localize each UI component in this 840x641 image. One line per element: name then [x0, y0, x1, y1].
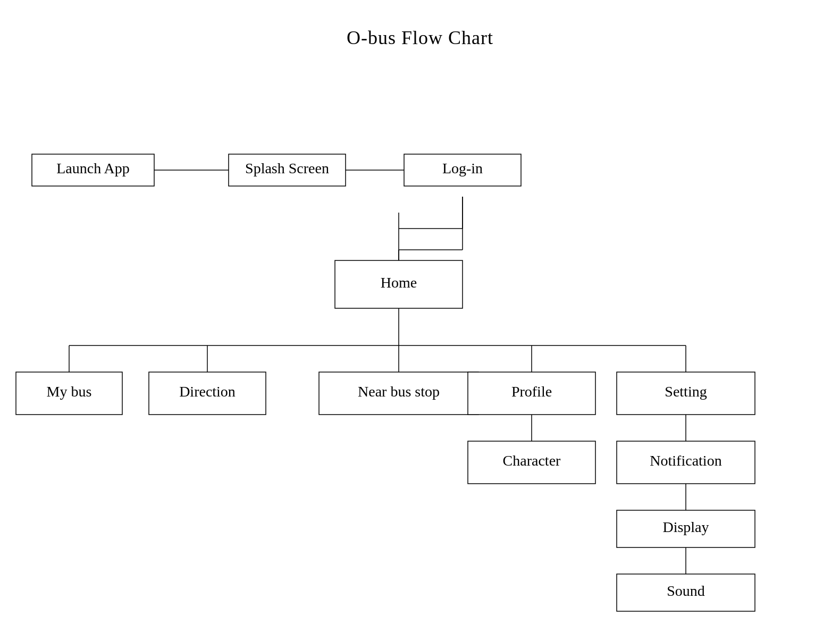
- character-label: Character: [503, 452, 561, 469]
- login-label: Log-in: [442, 160, 483, 176]
- near-bus-stop-label: Near bus stop: [358, 383, 440, 400]
- sound-label: Sound: [667, 583, 705, 599]
- my-bus-label: My bus: [47, 383, 92, 400]
- page-title: O-bus Flow Chart: [0, 0, 840, 49]
- setting-label: Setting: [665, 383, 707, 400]
- display-label: Display: [662, 519, 709, 535]
- home-label: Home: [381, 274, 417, 291]
- profile-label: Profile: [511, 383, 552, 400]
- launch-app-label: Launch App: [56, 160, 130, 176]
- direction-label: Direction: [179, 383, 236, 400]
- notification-label: Notification: [650, 452, 721, 469]
- splash-screen-label: Splash Screen: [245, 160, 329, 176]
- flowchart: Launch App Splash Screen Log-in Home My …: [0, 64, 840, 641]
